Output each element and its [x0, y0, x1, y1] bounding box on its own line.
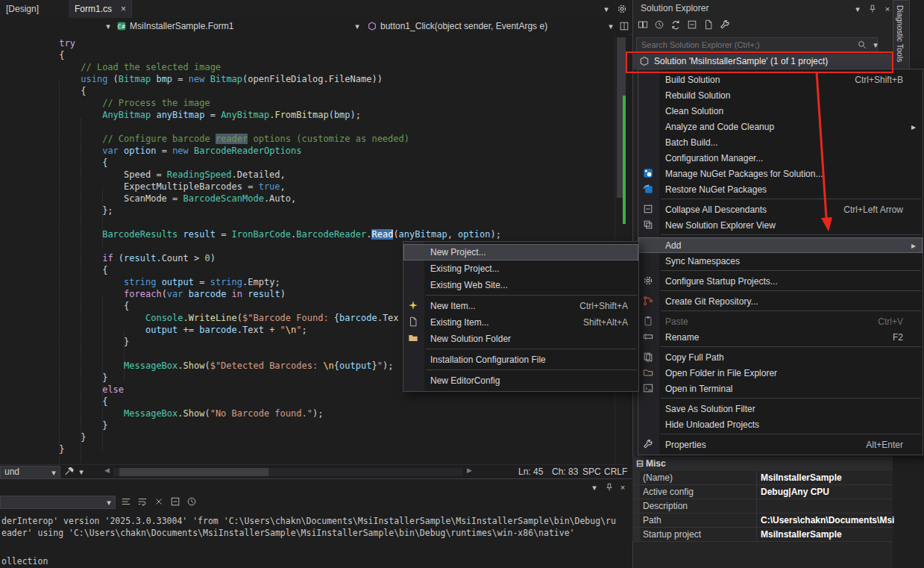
collapse-all-icon[interactable]: [687, 19, 697, 30]
clock-icon[interactable]: [186, 496, 197, 507]
menu-item-existing-project[interactable]: Existing Project...: [403, 260, 638, 277]
menu-item-open-in-terminal[interactable]: Open in Terminal: [638, 381, 923, 396]
menu-item-shortcut: Ctrl+Shift+A: [579, 301, 628, 311]
menu-item-installation-configuration-file[interactable]: Installation Configuration File: [403, 352, 638, 368]
wrap-icon[interactable]: [137, 496, 148, 507]
scroll-right-arrow-icon[interactable]: ▶: [467, 466, 472, 474]
levels-icon[interactable]: [121, 496, 131, 507]
editor-options-gear-icon[interactable]: [617, 4, 627, 14]
clear-icon[interactable]: [154, 496, 164, 507]
property-category[interactable]: ⊟ Misc: [632, 457, 893, 471]
hammer-chevron-icon[interactable]: ▾: [76, 466, 87, 477]
editor-horizontal-scrollbar[interactable]: [113, 468, 462, 476]
tab-label: [Design]: [6, 4, 39, 14]
tab-form1cs[interactable]: Form1.cs ×: [69, 0, 132, 18]
menu-separator: [661, 310, 921, 311]
tab-list-chevron-icon[interactable]: ▾: [601, 4, 612, 14]
menu-item-rebuild-solution[interactable]: Rebuild Solution: [638, 87, 923, 103]
hammer-icon[interactable]: [64, 466, 75, 477]
existing-item-icon[interactable]: [703, 19, 714, 30]
collapse-all-icon[interactable]: [170, 496, 180, 507]
split-editor-icon[interactable]: [619, 21, 629, 31]
panel-menu-chevron-icon[interactable]: ▾: [852, 4, 863, 14]
menu-item-rename[interactable]: RenameF2: [638, 329, 923, 345]
menu-item-label: Create Git Repository...: [665, 296, 903, 307]
menu-item-label: Configuration Manager...: [665, 153, 903, 163]
class-dropdown[interactable]: MsiInstallerSample.Form1: [130, 18, 233, 34]
menu-item-new-solution-explorer-view[interactable]: New Solution Explorer View: [638, 217, 923, 233]
output-line: derInterop' version '2025.3.0.33004' 'fr…: [1, 516, 616, 526]
status-spaces-mode[interactable]: SPC: [582, 465, 601, 479]
menu-item-new-solution-folder[interactable]: New Solution Folder: [403, 331, 638, 347]
search-options-chevron-icon[interactable]: ▾: [870, 40, 881, 50]
folder-icon: [408, 333, 418, 343]
scrollbar-thumb[interactable]: [119, 468, 268, 476]
add-submenu: New Project...Existing Project...Existin…: [403, 241, 639, 392]
code-line: var option = new BarcodeReaderOptions: [27, 145, 501, 157]
output-source-combo[interactable]: ▾: [0, 496, 116, 509]
menu-item-clean-solution[interactable]: Clean Solution: [638, 103, 923, 119]
menu-item-sync-namespaces[interactable]: Sync Namespaces: [638, 253, 923, 269]
code-line: {: [27, 85, 501, 97]
close-icon[interactable]: ×: [617, 482, 628, 493]
menu-item-hide-unloaded-projects[interactable]: Hide Unloaded Projects: [638, 416, 923, 432]
menu-item-collapse-all-descendants[interactable]: Collapse All DescendantsCtrl+Left Arrow: [638, 202, 923, 217]
close-icon[interactable]: ×: [882, 4, 893, 14]
status-line-number[interactable]: Ln: 45: [518, 465, 543, 479]
method-dropdown[interactable]: button1_Click(object sender, EventArgs e…: [380, 18, 547, 34]
menu-item-existing-item[interactable]: Existing Item...Shift+Alt+A: [403, 314, 638, 331]
menu-item-batch-build[interactable]: Batch Build...: [638, 134, 923, 150]
scroll-left-arrow-icon[interactable]: ◀: [104, 466, 110, 474]
sync-icon[interactable]: [670, 19, 681, 30]
menu-item-properties[interactable]: PropertiesAlt+Enter: [638, 437, 923, 452]
menu-item-configure-startup-projects[interactable]: Configure Startup Projects...: [638, 273, 923, 289]
pin-icon[interactable]: [604, 482, 615, 493]
property-value[interactable]: Debug|Any CPU: [761, 485, 829, 499]
code-line: ExpectMultipleBarcodes = true,: [27, 181, 501, 193]
property-value[interactable]: C:\Users\chakn\Documents\Msi: [761, 514, 894, 527]
menu-separator: [661, 346, 921, 347]
menu-item-new-item[interactable]: New Item...Ctrl+Shift+A: [403, 298, 638, 314]
property-value[interactable]: MsiInstallerSample: [761, 471, 842, 484]
menu-item-configuration-manager[interactable]: Configuration Manager...: [638, 150, 923, 166]
pin-icon[interactable]: [867, 4, 878, 14]
solution-explorer-toolbar: [638, 19, 736, 34]
menu-item-new-editorconfig[interactable]: New EditorConfig: [403, 372, 638, 389]
menu-item-new-project[interactable]: New Project...: [403, 244, 638, 260]
menu-item-manage-nuget-packages-for-solution[interactable]: Manage NuGet Packages for Solution...: [638, 166, 923, 181]
menu-item-add[interactable]: Add▸: [638, 237, 923, 253]
menu-item-save-as-solution-filter[interactable]: Save As Solution Filter: [638, 401, 923, 416]
menu-item-paste[interactable]: PasteCtrl+V: [638, 313, 923, 329]
terminal-icon: [643, 383, 653, 393]
status-column-number[interactable]: Ch: 83: [552, 465, 578, 479]
output-menu-chevron-icon[interactable]: ▾: [589, 482, 600, 493]
change-marks: [623, 96, 626, 224]
switch-views-icon[interactable]: [638, 19, 648, 30]
solution-search-input[interactable]: [636, 37, 878, 52]
project-dropdown-chevron-icon[interactable]: ▾: [103, 21, 113, 31]
class-dropdown-chevron-icon[interactable]: ▾: [352, 21, 362, 31]
clock-icon[interactable]: [654, 19, 664, 30]
bottom-left-combo[interactable]: und ▾: [0, 466, 60, 479]
menu-item-existing-web-site[interactable]: Existing Web Site...: [403, 277, 638, 293]
wrench-icon[interactable]: [720, 19, 730, 30]
menu-item-build-solution[interactable]: Build SolutionCtrl+Shift+B: [638, 72, 923, 87]
tab-form1-design[interactable]: [Design]: [0, 0, 71, 18]
status-line-ending[interactable]: CRLF: [604, 465, 627, 479]
menu-item-open-folder-in-file-explorer[interactable]: Open Folder in File Explorer: [638, 365, 923, 381]
menu-item-restore-nuget-packages[interactable]: Restore NuGet Packages: [638, 181, 923, 197]
menu-item-label: Sync Namespaces: [665, 256, 903, 266]
menu-item-label: Save As Solution Filter: [665, 404, 903, 414]
search-icon[interactable]: [857, 40, 867, 50]
code-line: {: [27, 157, 501, 169]
menu-item-copy-full-path[interactable]: Copy Full Path: [638, 349, 923, 365]
close-tab-icon[interactable]: ×: [121, 0, 126, 18]
menu-item-create-git-repository[interactable]: Create Git Repository...: [638, 293, 923, 309]
method-dropdown-chevron-icon[interactable]: ▾: [606, 21, 616, 31]
tab-diagnostic-tools[interactable]: Diagnostic Tools: [893, 0, 910, 76]
property-value[interactable]: MsiInstallerSample: [761, 528, 842, 541]
collapse-category-icon[interactable]: ⊟: [635, 458, 645, 469]
editor-navigation-bar: ▾ C# MsiInstallerSample.Form1 ▾ button1_…: [0, 18, 632, 35]
menu-item-analyze-and-code-cleanup[interactable]: Analyze and Code Cleanup▸: [638, 119, 923, 134]
code-line: try: [27, 37, 501, 49]
